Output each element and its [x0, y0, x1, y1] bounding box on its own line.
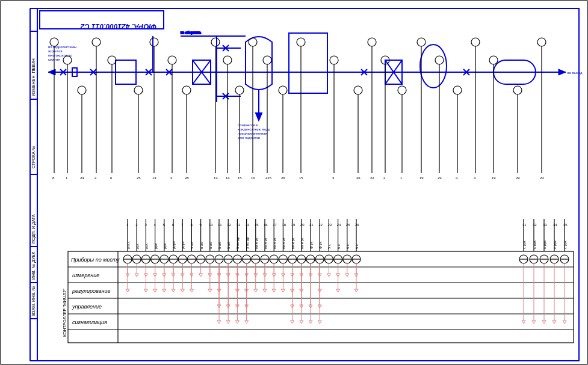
svg-text:5 об: 5 об: [218, 242, 221, 249]
svg-text:26: 26: [355, 223, 359, 227]
svg-text:5 об: 5 об: [209, 242, 212, 249]
svg-marker-386: [318, 321, 321, 324]
svg-marker-380: [291, 321, 294, 324]
side-tabs: ИЗМЕНЕН. ПЕВИН СТРОКА № ПОДП. И ДАТА ИНВ…: [31, 58, 36, 316]
svg-marker-376: [235, 321, 239, 324]
svg-point-68: [453, 86, 462, 94]
svg-text:1: 1: [126, 223, 129, 227]
svg-point-48: [92, 38, 101, 46]
svg-marker-324: [172, 289, 175, 292]
svg-marker-378: [245, 321, 249, 324]
svg-text:с ррк: с ррк: [533, 241, 536, 249]
svg-text:агрегата: агрегата: [48, 49, 63, 53]
svg-text:5 об: 5 об: [200, 242, 203, 249]
svg-text:14: 14: [246, 223, 250, 227]
svg-text:34: 34: [553, 223, 557, 227]
pid: из гидросистемы агрегата многократного с…: [48, 31, 583, 180]
svg-text:ман рк: ман рк: [273, 238, 276, 249]
svg-marker-342: [272, 289, 276, 292]
channel-num-1: 1: [66, 176, 68, 180]
svg-point-61: [330, 56, 338, 64]
svg-text:23: 23: [327, 223, 332, 227]
svg-point-62: [354, 86, 362, 94]
svg-point-53: [182, 86, 191, 94]
channel-num-9: 13: [214, 176, 218, 180]
side-label-0: ИЗМЕНЕН. ПЕВИН: [31, 58, 36, 96]
channel-num-3: 3: [94, 176, 97, 180]
svg-point-58: [263, 56, 271, 64]
svg-text:5 к: 5 к: [355, 244, 359, 249]
svg-text:15: 15: [255, 223, 259, 227]
svg-marker-374: [226, 321, 230, 324]
svg-rect-29: [289, 33, 327, 93]
channel-num-2: 24: [80, 176, 84, 180]
svg-text:ррс: ррс: [135, 243, 139, 249]
channel-num-26: 29: [516, 176, 520, 180]
function-table: Приборы по месту измерение регулирование…: [63, 219, 574, 343]
svg-rect-101: [68, 251, 574, 343]
svg-point-56: [235, 86, 244, 94]
svg-marker-266: [135, 274, 138, 277]
channel-num-17: 26: [356, 176, 361, 180]
svg-text:5 пс др: 5 пс др: [246, 237, 249, 249]
svg-marker-390: [532, 321, 536, 324]
svg-rect-0: [1, 1, 587, 364]
svg-marker-316: [126, 289, 129, 292]
svg-marker-33: [256, 113, 262, 120]
svg-text:ман рк: ман рк: [255, 238, 258, 249]
channel-num-10: 14: [226, 176, 230, 180]
svg-text:5: 5: [163, 223, 166, 227]
svg-point-51: [150, 38, 158, 46]
channel-num-5: 25: [137, 176, 141, 180]
svg-text:сливается в: сливается в: [238, 123, 258, 127]
svg-marker-352: [336, 289, 340, 292]
svg-text:ман рк: ман рк: [291, 238, 295, 249]
svg-text:2: 2: [135, 223, 138, 227]
svg-point-46: [63, 56, 72, 64]
channel-num-11: 15: [238, 176, 242, 180]
svg-point-63: [368, 38, 376, 46]
svg-marker-318: [144, 289, 147, 292]
channel-num-15: 15: [299, 176, 303, 180]
svg-text:35: 35: [563, 223, 568, 227]
svg-marker-322: [162, 289, 166, 292]
svg-text:24: 24: [337, 223, 341, 227]
svg-marker-326: [181, 289, 184, 292]
svg-point-67: [435, 56, 444, 64]
outlet-label: на выход: [567, 71, 583, 75]
svg-point-65: [398, 86, 406, 94]
svg-text:21: 21: [309, 223, 314, 227]
svg-point-57: [249, 38, 257, 46]
channel-num-6: 13: [152, 176, 156, 180]
svg-text:5 к: 5 к: [346, 244, 350, 249]
svg-text:4: 4: [154, 223, 156, 227]
svg-point-37: [420, 44, 447, 88]
svg-text:дорс: дорс: [181, 241, 185, 249]
channel-num-21: 19: [419, 176, 424, 180]
svg-text:5 об: 5 об: [190, 242, 194, 249]
svg-point-72: [537, 38, 546, 46]
svg-text:6: 6: [172, 223, 175, 227]
svg-point-60: [297, 38, 305, 46]
channel-num-4: 6: [110, 176, 113, 180]
sidepipe-label: из сборника: [181, 31, 201, 34]
svg-marker-338: [254, 289, 258, 292]
svg-text:17: 17: [273, 223, 277, 227]
svg-point-71: [513, 86, 522, 94]
svg-text:5 к: 5 к: [337, 244, 341, 249]
title-block: ФЮРА. 421000.011 С2: [40, 11, 164, 31]
drawing-title: ФЮРА. 421000.011 С2: [80, 22, 156, 31]
channel-num-7: 3: [170, 176, 173, 180]
svg-text:12: 12: [227, 223, 231, 227]
svg-text:для подпитки: для подпитки: [238, 136, 260, 140]
svg-text:ррс: ррс: [144, 243, 148, 249]
channel-num-24: 4: [474, 176, 476, 180]
svg-marker-372: [217, 321, 221, 324]
svg-text:5 к: 5 к: [327, 244, 331, 249]
row-signal: сигнализация: [72, 319, 107, 325]
svg-marker-340: [263, 289, 267, 292]
svg-marker-320: [153, 289, 157, 292]
controller-label: КОНТРОЛЛЕР "МИЧ-52": [63, 289, 67, 337]
row-control: управление: [72, 304, 102, 310]
svg-text:31: 31: [522, 223, 527, 227]
